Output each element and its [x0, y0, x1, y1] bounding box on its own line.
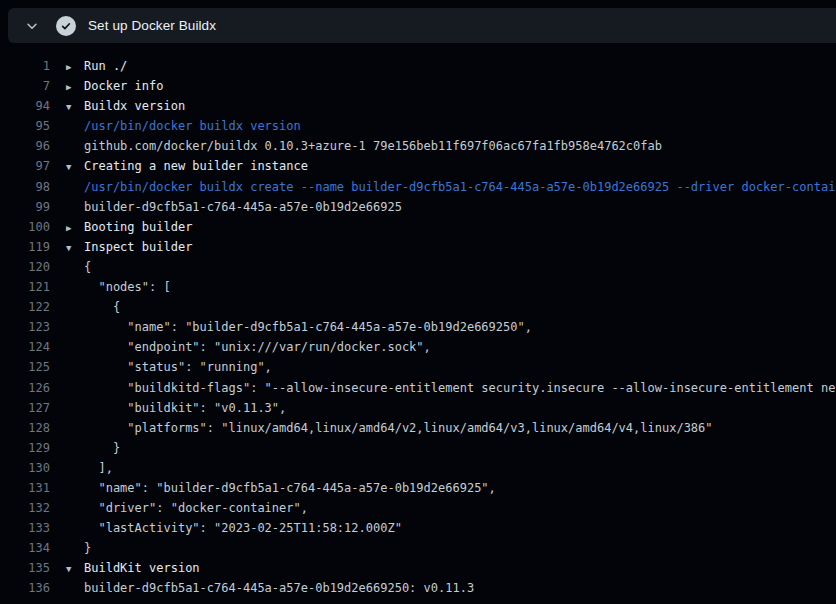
log-group-toggle[interactable]: ▶Docker info — [66, 76, 163, 96]
output-text: "lastActivity": "2023-02-25T11:58:12.000… — [66, 518, 402, 538]
output-text: } — [66, 438, 120, 458]
line-number[interactable]: 119 — [0, 237, 50, 257]
command-text: /usr/bin/docker buildx version — [66, 116, 301, 136]
log-line: 126 "buildkitd-flags": "--allow-insecure… — [0, 378, 836, 398]
line-number[interactable]: 128 — [0, 418, 50, 438]
output-text: { — [66, 297, 120, 317]
output-text: "platforms": "linux/amd64,linux/amd64/v2… — [66, 418, 713, 438]
log-line: 120{ — [0, 257, 836, 277]
log-line: 136builder-d9cfb5a1-c764-445a-a57e-0b19d… — [0, 578, 836, 598]
output-text: "buildkit": "v0.11.3", — [66, 398, 286, 418]
log-line: 129 } — [0, 438, 836, 458]
line-number[interactable]: 98 — [0, 177, 50, 197]
line-number[interactable]: 126 — [0, 378, 50, 398]
log-line: 7▶Docker info — [0, 76, 836, 96]
line-number[interactable]: 124 — [0, 337, 50, 357]
log-line: 96github.com/docker/buildx 0.10.3+azure-… — [0, 136, 836, 156]
line-number[interactable]: 121 — [0, 277, 50, 297]
log-line: 97▼Creating a new builder instance — [0, 156, 836, 176]
line-number[interactable]: 135 — [0, 558, 50, 578]
group-title: Booting builder — [84, 220, 192, 234]
log-line: 121 "nodes": [ — [0, 277, 836, 297]
log-group-toggle[interactable]: ▼Inspect builder — [66, 237, 192, 257]
log-line: 130 ], — [0, 458, 836, 478]
step-header[interactable]: Set up Docker Buildx — [8, 8, 836, 43]
group-title: Inspect builder — [84, 240, 192, 254]
group-title: Buildx version — [84, 99, 185, 113]
chevron-down-icon: ▼ — [66, 97, 84, 116]
log-line: 98/usr/bin/docker buildx create --name b… — [0, 177, 836, 197]
line-number[interactable]: 95 — [0, 116, 50, 136]
log-line: 95/usr/bin/docker buildx version — [0, 116, 836, 136]
log-line: 99builder-d9cfb5a1-c764-445a-a57e-0b19d2… — [0, 197, 836, 217]
line-number[interactable]: 120 — [0, 257, 50, 277]
output-text: "endpoint": "unix:///var/run/docker.sock… — [66, 337, 431, 357]
chevron-right-icon: ▶ — [66, 218, 84, 237]
output-text: "driver": "docker-container", — [66, 498, 308, 518]
chevron-down-icon: ▼ — [66, 238, 84, 257]
line-number[interactable]: 122 — [0, 297, 50, 317]
line-number[interactable]: 94 — [0, 96, 50, 116]
line-number[interactable]: 131 — [0, 478, 50, 498]
log-group-toggle[interactable]: ▼Creating a new builder instance — [66, 156, 308, 176]
output-text: "status": "running", — [66, 357, 272, 377]
output-text: ], — [66, 458, 113, 478]
group-title: Creating a new builder instance — [84, 159, 308, 173]
line-number[interactable]: 129 — [0, 438, 50, 458]
log-line: 135▼BuildKit version — [0, 558, 836, 578]
output-text: "nodes": [ — [66, 277, 171, 297]
line-number[interactable]: 134 — [0, 538, 50, 558]
group-title: Run ./ — [84, 59, 127, 73]
output-text: builder-d9cfb5a1-c764-445a-a57e-0b19d2e6… — [66, 197, 402, 217]
log-group-toggle[interactable]: ▶Booting builder — [66, 217, 192, 237]
output-text: github.com/docker/buildx 0.10.3+azure-1 … — [66, 136, 662, 156]
chevron-right-icon: ▶ — [66, 57, 84, 76]
output-text: } — [66, 538, 91, 558]
log-line: 124 "endpoint": "unix:///var/run/docker.… — [0, 337, 836, 357]
log-line: 131 "name": "builder-d9cfb5a1-c764-445a-… — [0, 478, 836, 498]
line-number[interactable]: 130 — [0, 458, 50, 478]
output-text: "name": "builder-d9cfb5a1-c764-445a-a57e… — [66, 478, 496, 498]
log-line: 123 "name": "builder-d9cfb5a1-c764-445a-… — [0, 317, 836, 337]
log-line: 1▶Run ./ — [0, 56, 836, 76]
output-text: "name": "builder-d9cfb5a1-c764-445a-a57e… — [66, 317, 532, 337]
output-text: "buildkitd-flags": "--allow-insecure-ent… — [66, 378, 836, 398]
line-number[interactable]: 123 — [0, 317, 50, 337]
line-number[interactable]: 125 — [0, 357, 50, 377]
log-line: 128 "platforms": "linux/amd64,linux/amd6… — [0, 418, 836, 438]
group-title: Docker info — [84, 79, 163, 93]
log-line: 94▼Buildx version — [0, 96, 836, 116]
line-number[interactable]: 99 — [0, 197, 50, 217]
output-text: { — [66, 257, 91, 277]
group-title: BuildKit version — [84, 561, 200, 575]
log-line: 122 { — [0, 297, 836, 317]
line-number[interactable]: 133 — [0, 518, 50, 538]
line-number[interactable]: 132 — [0, 498, 50, 518]
log-line: 132 "driver": "docker-container", — [0, 498, 836, 518]
log-line: 125 "status": "running", — [0, 357, 836, 377]
log-line: 127 "buildkit": "v0.11.3", — [0, 398, 836, 418]
line-number[interactable]: 127 — [0, 398, 50, 418]
success-check-icon — [56, 16, 76, 36]
chevron-down-icon: ▼ — [66, 157, 84, 176]
log-group-toggle[interactable]: ▼BuildKit version — [66, 558, 200, 578]
line-number[interactable]: 7 — [0, 76, 50, 96]
log-line: 119▼Inspect builder — [0, 237, 836, 257]
log-group-toggle[interactable]: ▶Run ./ — [66, 56, 127, 76]
line-number[interactable]: 97 — [0, 156, 50, 176]
step-title: Set up Docker Buildx — [88, 18, 216, 33]
log-group-toggle[interactable]: ▼Buildx version — [66, 96, 185, 116]
output-text: builder-d9cfb5a1-c764-445a-a57e-0b19d2e6… — [66, 578, 474, 598]
chevron-down-icon[interactable] — [22, 16, 42, 36]
line-number[interactable]: 136 — [0, 578, 50, 598]
command-text: /usr/bin/docker buildx create --name bui… — [66, 177, 836, 197]
chevron-right-icon: ▶ — [66, 77, 84, 96]
log: 1▶Run ./7▶Docker info94▼Buildx version95… — [0, 56, 836, 599]
line-number[interactable]: 100 — [0, 217, 50, 237]
chevron-down-icon: ▼ — [66, 559, 84, 578]
line-number[interactable]: 96 — [0, 136, 50, 156]
log-line: 134} — [0, 538, 836, 558]
line-number[interactable]: 1 — [0, 56, 50, 76]
log-line: 133 "lastActivity": "2023-02-25T11:58:12… — [0, 518, 836, 538]
log-line: 100▶Booting builder — [0, 217, 836, 237]
